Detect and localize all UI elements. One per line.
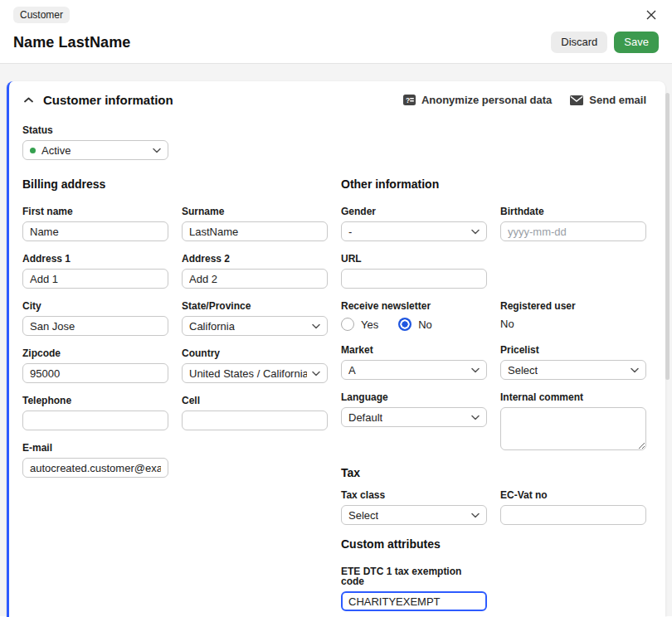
chevron-down-icon — [631, 367, 639, 373]
ec-vat-field: EC-Vat no — [500, 490, 646, 525]
language-select[interactable]: Default — [341, 407, 487, 427]
ete-dtc-field: ETE DTC 1 tax exemption code — [341, 566, 487, 611]
url-label: URL — [341, 254, 487, 264]
status-active-dot — [30, 148, 36, 153]
zipcode-label: Zipcode — [22, 348, 168, 358]
state-select[interactable]: California — [182, 316, 328, 336]
first-name-label: First name — [22, 206, 168, 216]
chevron-down-icon — [153, 148, 161, 153]
url-input[interactable] — [341, 269, 487, 289]
card-header: Customer information ? Anonymize persona… — [22, 93, 646, 107]
page-title: Name LastName — [13, 34, 130, 51]
top-bar: Customer — [0, 0, 672, 23]
telephone-label: Telephone — [22, 396, 168, 406]
ec-vat-input[interactable] — [500, 505, 646, 525]
billing-address-column: Billing address First name Surname Addre… — [22, 177, 328, 611]
newsletter-yes-radio[interactable]: Yes — [341, 318, 378, 331]
ec-vat-label: EC-Vat no — [500, 490, 646, 500]
zipcode-input[interactable] — [22, 363, 168, 383]
tax-heading: Tax — [341, 466, 646, 479]
discard-button[interactable]: Discard — [551, 32, 607, 53]
pricelist-value: Select — [508, 364, 538, 377]
other-information-column: Other information Gender - Birthdate — [341, 177, 646, 611]
close-button[interactable] — [644, 7, 659, 22]
gender-select[interactable]: - — [341, 221, 487, 241]
email-label: E-mail — [22, 443, 168, 453]
country-field: Country United States / California — [182, 348, 328, 383]
radio-off-icon — [341, 318, 354, 331]
language-value: Default — [348, 411, 382, 424]
email-field: E-mail — [22, 443, 168, 478]
chevron-down-icon — [471, 415, 480, 420]
ete-dtc-label: ETE DTC 1 tax exemption code — [341, 566, 487, 586]
telephone-input[interactable] — [22, 411, 168, 430]
close-icon — [645, 9, 657, 21]
pricelist-select[interactable]: Select — [500, 360, 646, 380]
zipcode-field: Zipcode — [22, 348, 168, 383]
tax-class-label: Tax class — [341, 490, 487, 500]
tax-class-select[interactable]: Select — [341, 505, 487, 525]
tax-class-field: Tax class Select — [341, 490, 487, 525]
telephone-field: Telephone — [22, 396, 168, 430]
chevron-down-icon — [471, 229, 480, 235]
collapse-section-button[interactable] — [22, 95, 35, 104]
email-input[interactable] — [22, 458, 168, 478]
gender-field: Gender - — [341, 206, 487, 241]
state-field: State/Province California — [182, 301, 328, 336]
send-email-button[interactable]: Send email — [570, 94, 646, 106]
registered-user-field: Registered user No — [500, 301, 646, 333]
section-title: Customer information — [43, 93, 173, 107]
internal-comment-textarea[interactable] — [500, 407, 646, 450]
gender-value: - — [348, 226, 352, 238]
state-label: State/Province — [182, 301, 328, 311]
newsletter-field: Receive newsletter Yes No — [341, 301, 487, 333]
ete-dtc-input[interactable] — [341, 591, 487, 611]
chevron-up-icon — [24, 97, 33, 103]
pricelist-label: Pricelist — [500, 345, 646, 355]
svg-text:?: ? — [406, 96, 410, 104]
address1-field: Address 1 — [22, 254, 168, 289]
newsletter-no-label: No — [418, 318, 432, 331]
city-input[interactable] — [22, 316, 168, 336]
city-label: City — [22, 301, 168, 311]
newsletter-no-radio[interactable]: No — [398, 318, 432, 331]
country-select[interactable]: United States / California — [182, 363, 328, 383]
state-value: California — [189, 320, 235, 333]
status-select[interactable]: Active — [22, 140, 168, 160]
custom-attributes-heading: Custom attributes — [341, 537, 646, 551]
newsletter-yes-label: Yes — [361, 318, 378, 331]
address2-input[interactable] — [182, 269, 328, 289]
address1-input[interactable] — [22, 269, 168, 289]
market-select[interactable]: A — [341, 360, 487, 380]
scrollbar-thumb[interactable] — [665, 93, 670, 380]
birthdate-field: Birthdate — [500, 206, 646, 241]
address1-label: Address 1 — [22, 254, 168, 264]
surname-label: Surname — [182, 206, 328, 216]
market-field: Market A — [341, 345, 487, 380]
country-value: United States / California — [189, 367, 307, 380]
city-field: City — [22, 301, 168, 336]
save-button[interactable]: Save — [614, 32, 659, 53]
cell-input[interactable] — [182, 411, 328, 430]
address2-field: Address 2 — [182, 254, 328, 289]
anonymize-personal-data-button[interactable]: ? Anonymize personal data — [403, 94, 552, 106]
internal-comment-field: Internal comment — [500, 392, 646, 454]
chevron-down-icon — [312, 371, 320, 377]
chevron-down-icon — [471, 367, 480, 373]
billing-address-heading: Billing address — [22, 177, 328, 191]
newsletter-label: Receive newsletter — [341, 301, 487, 311]
birthdate-input[interactable] — [500, 221, 646, 241]
status-field: Status Active — [22, 125, 646, 160]
send-email-label: Send email — [589, 94, 646, 106]
tax-class-value: Select — [348, 509, 378, 522]
market-label: Market — [341, 345, 487, 355]
registered-user-label: Registered user — [500, 301, 646, 311]
country-label: Country — [182, 348, 328, 358]
first-name-input[interactable] — [22, 221, 168, 241]
main-area: Customer information ? Anonymize persona… — [0, 64, 672, 616]
title-bar: Name LastName Discard Save — [0, 23, 672, 63]
anonymize-label: Anonymize personal data — [421, 94, 552, 106]
surname-input[interactable] — [182, 221, 328, 241]
language-label: Language — [341, 392, 487, 402]
other-information-heading: Other information — [341, 177, 646, 191]
